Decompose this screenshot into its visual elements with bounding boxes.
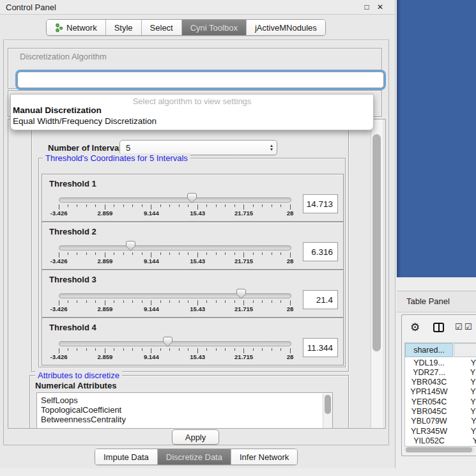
threshold-label: Threshold 1 [49,179,96,188]
apply-button[interactable]: Apply [172,429,219,445]
slider-tick [290,300,291,305]
table-cell[interactable]: YBR0 [454,378,476,387]
slider-tick [234,348,235,351]
number-of-intervals-value: 5 [120,143,266,153]
slider-tick [225,300,226,303]
attribute-item-betweennesscentrality[interactable]: BetweennessCentrality [41,415,126,424]
slider-tick [59,252,59,257]
table-header-na[interactable]: na [454,343,476,357]
discretization-algorithm-group: Discretization Algorithm [8,48,382,89]
threshold-value-field[interactable]: 11.344 [303,338,338,357]
threshold-value-field[interactable]: 6.316 [303,242,338,261]
threshold-value-field[interactable]: 21.4 [303,290,338,309]
slider-thumb[interactable] [126,241,135,251]
slider-tick [160,204,161,207]
slider-tick [290,204,291,210]
slider-tick [280,348,281,351]
slider-tick [123,300,124,303]
attribute-item-topologicalcoefficient[interactable]: TopologicalCoefficient [41,405,121,415]
table-cell[interactable]: YPR1 [454,387,476,397]
table-cell[interactable]: YBR0 [454,407,476,417]
tab-network[interactable]: Network [47,20,106,35]
slider-tick [188,348,188,351]
attributes-scrollbar-thumb[interactable] [325,395,331,414]
attribute-item-selfloops[interactable]: SelfLoops [41,395,78,405]
table-panel-box: ⚙ ☑ ☑ shared...na YDL19...YDL1YDR27...YD… [401,314,476,456]
slider-tick [68,348,68,351]
table-cell[interactable]: YDR2 [454,367,476,377]
tab-discretize-data[interactable]: Discretize Data [158,449,231,464]
slider-tick-label: 15.43 [183,210,211,217]
table-cell[interactable]: YIL0 [454,436,476,445]
control-panel-window: Control Panel □ ✕ NetworkStyleSelectCyni… [0,0,395,468]
tab-infer-network[interactable]: Infer Network [231,449,297,464]
threshold-panel-4: Threshold 4-3.4262.8599.14415.4321.71528… [42,318,344,365]
table-toolbar: ⚙ ☑ ☑ [402,315,476,342]
checkbox-icon[interactable]: ☑ [455,322,463,332]
gear-icon[interactable]: ⚙ [410,321,420,334]
columns-icon[interactable] [433,323,444,332]
table-scrollbar-thumb[interactable] [406,447,472,452]
table-horizontal-scrollbar[interactable] [404,447,475,453]
table-cell[interactable]: YDR27... [405,367,453,377]
slider-tick [262,348,263,351]
slider-tick [68,252,68,255]
slider-tick [243,204,244,210]
table-cell[interactable]: YBR045C [405,407,453,417]
table-cell[interactable]: YER054C [405,397,453,406]
slider-tick [105,300,105,305]
float-window-icon[interactable]: □ [362,3,371,12]
table-cell[interactable]: YDL1 [454,358,476,367]
tab-cyni-toolbox[interactable]: Cyni Toolbox [182,20,247,35]
table-cell[interactable]: YLR3 [454,426,476,436]
slider-thumb[interactable] [236,289,246,299]
slider-tick-label: 21.715 [230,210,258,217]
threshold-label: Threshold 2 [49,227,96,236]
table-header-shared-[interactable]: shared... [405,343,453,357]
tab-label: Infer Network [240,452,289,462]
slider-tick [280,300,281,303]
slider-track[interactable] [59,341,291,346]
cyni-toolbox-panel: Discretization Algorithm Table Data galF… [3,40,389,445]
threshold-label: Threshold 3 [49,275,96,284]
tab-style[interactable]: Style [106,20,142,35]
tab-jactivemnodules[interactable]: jActiveMNodules [247,20,325,35]
table-cell[interactable]: YIL052C [405,436,453,445]
attributes-list-scrollbar[interactable] [323,394,332,429]
slider-tick [142,348,142,351]
node-table[interactable]: shared...na YDL19...YDL1YDR27...YDR2YBR0… [404,342,476,447]
algorithm-combobox[interactable] [17,72,384,88]
slider-tick-label: 9.144 [137,257,165,265]
slider-tick [132,252,133,255]
slider-track[interactable] [59,293,291,298]
threshold-value-field[interactable]: 14.713 [303,194,338,213]
close-window-icon[interactable]: ✕ [376,3,385,12]
dropdown-item-equal-width-frequency-discretization[interactable]: Equal Width/Frequency Discretization [13,116,157,126]
slider-track[interactable] [59,197,291,203]
dropdown-item-manual-discretization[interactable]: Manual Discretization [13,105,102,115]
tab-select[interactable]: Select [142,20,182,35]
slider-tick [179,300,180,303]
slider-track[interactable] [59,245,291,250]
dropdown-prompt-item[interactable]: Select algorithm to view settings [11,96,373,106]
table-cell[interactable]: YBL079W [405,417,453,426]
slider-tick [290,252,291,257]
panel-scrollbar-thumb[interactable] [372,134,381,351]
slider-thumb[interactable] [187,193,197,203]
slider-thumb[interactable] [163,337,173,347]
panel-vertical-scrollbar[interactable] [371,119,383,428]
table-cell[interactable]: YLR345W [405,426,453,436]
table-cell[interactable]: YDL19... [405,358,453,367]
slider-tick-label: 15.43 [183,257,211,265]
slider-tick [142,252,142,255]
slider-tick [206,204,207,207]
tab-impute-data[interactable]: Impute Data [95,449,158,464]
checkbox-icon[interactable]: ☑ [464,322,472,332]
table-cell[interactable]: YBR043C [405,378,453,387]
slider-tick-label: 28 [276,305,304,312]
table-cell[interactable]: YBL0 [454,417,476,426]
table-cell[interactable]: YPR145W [405,387,453,397]
slider-tick [160,252,161,255]
table-cell[interactable]: YER0 [454,397,476,406]
slider-tick [151,204,151,210]
